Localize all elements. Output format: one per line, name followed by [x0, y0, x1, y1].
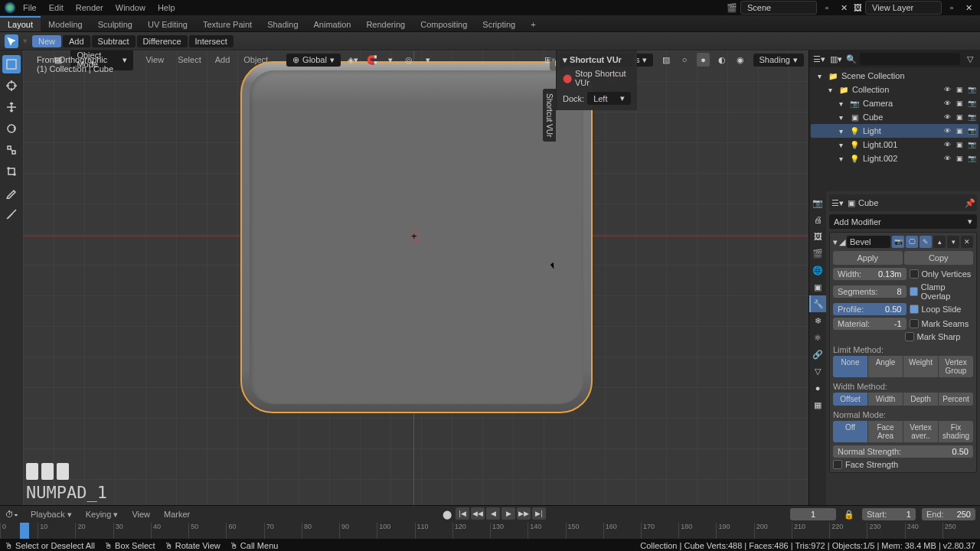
copy-button[interactable]: Copy	[904, 251, 974, 265]
start-frame-field[interactable]: Start:1	[862, 508, 916, 520]
mesh-tab[interactable]: ▽	[809, 363, 826, 380]
add-workspace-button[interactable]: +	[523, 16, 543, 31]
snap-dropdown[interactable]: ▾	[384, 53, 397, 67]
disclosure-icon[interactable]: ▾	[835, 98, 846, 109]
eye-icon[interactable]: 👁	[942, 139, 952, 150]
proportional-dropdown[interactable]: ▾	[422, 53, 434, 67]
outliner-cube[interactable]: ▾▣Cube👁▣📷	[811, 110, 978, 124]
normal-mode-fix-shading[interactable]: Fix shading	[939, 421, 973, 442]
workspace-sculpting[interactable]: Sculpting	[90, 16, 140, 31]
world-tab[interactable]: 🌐	[809, 262, 826, 279]
viewport-menu-view[interactable]: View	[139, 54, 170, 66]
normal-strength-field[interactable]: Normal Strength:0.50	[833, 445, 973, 458]
menu-edit[interactable]: Edit	[43, 2, 70, 14]
viewport-menu-object[interactable]: Object	[237, 54, 274, 66]
width-method-width[interactable]: Width	[868, 393, 903, 406]
outliner-light-001[interactable]: ▾💡Light.001👁▣📷	[811, 138, 978, 152]
disclosure-icon[interactable]: ▾	[825, 84, 835, 95]
current-frame-field[interactable]: 1	[790, 508, 836, 520]
workspace-layout[interactable]: Layout	[0, 16, 41, 31]
shading-lookdev[interactable]: ◐	[716, 53, 728, 67]
material-tab[interactable]: ●	[809, 380, 826, 396]
limit-angle[interactable]: Angle	[868, 356, 903, 377]
end-frame-field[interactable]: End:250	[922, 508, 975, 520]
eye-icon[interactable]: 👁	[942, 84, 952, 95]
width-method-depth[interactable]: Depth	[903, 393, 938, 406]
timeline-menu-marker[interactable]: Marker	[158, 508, 196, 521]
menu-window[interactable]: Window	[109, 2, 152, 14]
annotate-tool[interactable]	[2, 184, 21, 202]
scene-tab[interactable]: 🎬	[809, 245, 826, 262]
stop-record-icon[interactable]: ⬤	[563, 73, 572, 83]
play-reverse-button[interactable]: ◀	[486, 507, 500, 520]
disclosure-icon[interactable]: ▾	[835, 139, 846, 150]
viewport-3d[interactable]: ▦ Object Mode ▾ ViewSelectAddObject ⊕ Gl…	[23, 51, 808, 505]
workspace-shading[interactable]: Shading	[260, 16, 305, 31]
workspace-compositing[interactable]: Compositing	[413, 16, 475, 31]
viewport-restrict-icon[interactable]: ▣	[954, 126, 965, 136]
delete-scene-icon[interactable]: ✕	[837, 1, 851, 15]
output-tab[interactable]: 🖨	[809, 211, 826, 228]
viewport-restrict-icon[interactable]: ▣	[954, 98, 965, 109]
menu-file[interactable]: File	[17, 2, 43, 14]
cursor-tool[interactable]	[2, 77, 21, 95]
render-restrict-icon[interactable]: 📷	[966, 139, 977, 150]
orientation-dropdown[interactable]: ⊕ Global ▾	[286, 54, 341, 67]
dock-dropdown[interactable]: Left▾	[587, 92, 631, 105]
face-strength-check[interactable]: Face Strength	[833, 460, 973, 469]
prev-keyframe-button[interactable]: ◀◀	[471, 507, 485, 520]
measure-tool[interactable]	[2, 205, 21, 223]
render-restrict-icon[interactable]: 📷	[966, 84, 977, 95]
proportional-toggle[interactable]: ◎	[403, 53, 415, 67]
shading-solid[interactable]: ●	[697, 53, 709, 67]
workspace-texture-paint[interactable]: Texture Paint	[195, 16, 260, 31]
outliner-light-002[interactable]: ▾💡Light.002👁▣📷	[811, 152, 978, 165]
rotate-tool[interactable]	[2, 119, 21, 138]
viewport-restrict-icon[interactable]: ▣	[954, 112, 965, 122]
disclosure-icon[interactable]: ▾	[835, 153, 846, 164]
outliner-type-icon[interactable]: ☰▾	[812, 52, 826, 66]
shading-popover[interactable]: Shading ▾	[753, 54, 804, 67]
disclosure-icon[interactable]: ▾	[835, 126, 846, 136]
width-method-offset[interactable]: Offset	[833, 393, 867, 406]
delete-viewlayer-icon[interactable]: ✕	[962, 1, 975, 15]
timeline-menu-view[interactable]: View	[126, 508, 156, 521]
workspace-uv-editing[interactable]: UV Editing	[140, 16, 195, 31]
particle-tab[interactable]: ❄	[809, 312, 826, 329]
clamp-overlap-check[interactable]: Clamp Overlap	[910, 282, 974, 301]
material-field[interactable]: Material:-1	[833, 318, 906, 330]
viewport-menu-select[interactable]: Select	[172, 54, 207, 66]
viewlayer-field[interactable]: View Layer	[865, 1, 942, 15]
next-keyframe-button[interactable]: ▶▶	[517, 507, 531, 520]
expand-icon[interactable]: ▾	[833, 237, 838, 247]
workspace-scripting[interactable]: Scripting	[475, 16, 523, 31]
outliner-camera[interactable]: ▾📷Camera👁▣📷	[811, 96, 978, 110]
timeline-menu-keying[interactable]: Keying ▾	[80, 508, 125, 521]
disclosure-icon[interactable]: ▾	[814, 70, 825, 81]
mark-seams-check[interactable]: Mark Seams	[910, 319, 974, 328]
bool-difference[interactable]: Difference	[137, 35, 188, 47]
select-box-tool[interactable]	[2, 55, 21, 73]
texture-tab[interactable]: ▦	[809, 396, 826, 413]
loop-slide-check[interactable]: Loop Slide	[910, 305, 974, 314]
constraint-tab[interactable]: 🔗	[809, 346, 826, 363]
menu-render[interactable]: Render	[70, 2, 109, 14]
width-method-percent[interactable]: Percent	[939, 393, 973, 406]
bool-intersect[interactable]: Intersect	[189, 35, 234, 47]
scene-collection[interactable]: ▾📁Scene Collection	[811, 69, 978, 83]
realtime-toggle[interactable]: 🖵	[906, 236, 918, 248]
npanel-header[interactable]: ▾ Shortcut VUr	[560, 54, 634, 67]
workspace-modeling[interactable]: Modeling	[41, 16, 90, 31]
render-restrict-icon[interactable]: 📷	[966, 126, 977, 136]
object-tab[interactable]: ▣	[809, 279, 826, 295]
jump-end-button[interactable]: ▶|	[532, 507, 546, 520]
workspace-rendering[interactable]: Rendering	[358, 16, 413, 31]
autokey-toggle[interactable]: ⬤	[440, 507, 454, 521]
workspace-animation[interactable]: Animation	[306, 16, 359, 31]
add-modifier-dropdown[interactable]: Add Modifier▾	[829, 214, 977, 229]
xray-toggle[interactable]: ▨	[659, 53, 671, 67]
viewport-restrict-icon[interactable]: ▣	[954, 139, 965, 150]
play-button[interactable]: ▶	[501, 507, 515, 520]
new-viewlayer-icon[interactable]: ▫	[945, 1, 959, 15]
cursor-tool-icon[interactable]	[5, 34, 18, 48]
